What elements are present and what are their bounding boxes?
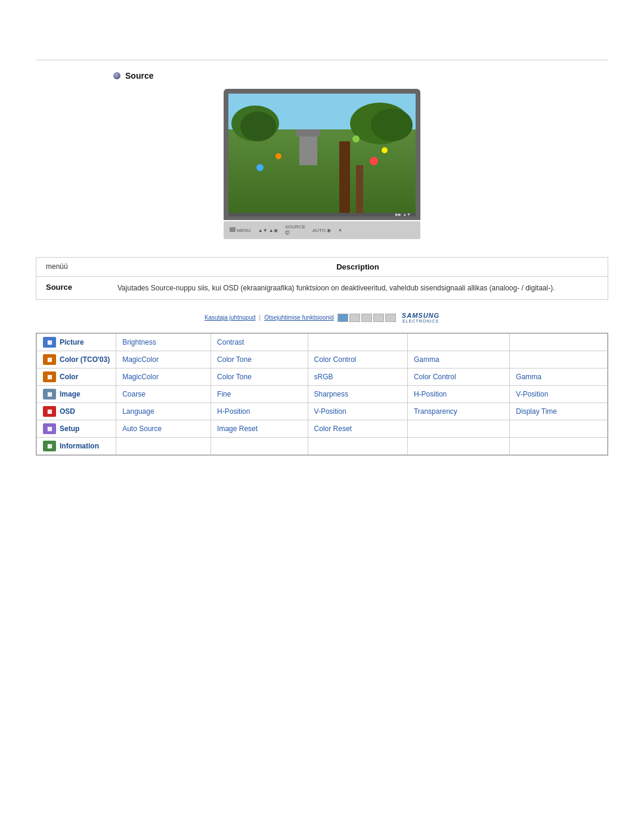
- menu-cell-2-2: sRGB: [308, 368, 407, 386]
- menu-item-name-3: Image: [60, 390, 80, 398]
- menu-cell-5-1: Image Reset: [211, 420, 308, 438]
- menu-table-row-6: ▦Information: [37, 438, 608, 455]
- menu-icon-4: ▦: [43, 406, 56, 417]
- menu-table-row-4: ▦OSDLanguageH-PositionV-PositionTranspar…: [37, 403, 608, 420]
- menu-cell-5-0: Auto Source: [116, 420, 211, 438]
- menu-item-name-6: Information: [60, 442, 99, 450]
- samsung-logo-container: SAMSUNG ELECTRONICS: [402, 312, 439, 323]
- menu-label: MENU: [230, 227, 251, 233]
- menu-icon-ctrl: [230, 227, 236, 232]
- menu-cell-4-0: Language: [116, 403, 211, 420]
- desc-menu-source: Source: [46, 283, 117, 292]
- menu-icon-3: ▦: [43, 389, 56, 400]
- menu-cell-4-4: Display Time: [510, 403, 608, 420]
- menu-icon-0: ▦: [43, 337, 56, 348]
- menu-cell-5-4: [510, 420, 608, 438]
- menu-item-name-2: Color: [60, 373, 78, 381]
- source-bullet-icon: [113, 72, 120, 79]
- menu-icon-1: ▦: [43, 354, 56, 365]
- menu-cell-6-3: [407, 438, 509, 455]
- menu-icon-5: ▦: [43, 423, 56, 434]
- menu-cell-0-2: [308, 334, 407, 351]
- nav-separator: |: [259, 314, 261, 321]
- menu-table-row-2: ▦ColorMagicColorColor TonesRGBColor Cont…: [37, 368, 608, 386]
- menu-table-row-0: ▦PictureBrightnessContrast: [37, 334, 608, 351]
- menu-icon-6: ▦: [43, 441, 56, 451]
- nav-seg-2: [349, 314, 360, 322]
- source-heading-text: Source: [125, 71, 153, 80]
- menu-cell-4-3: Transparency: [407, 403, 509, 420]
- menu-cell-3-1: Fine: [211, 386, 308, 403]
- samsung-logo-text: SAMSUNG: [402, 312, 439, 319]
- menu-cell-4-2: V-Position: [308, 403, 407, 420]
- menu-cell-0-3: [407, 334, 509, 351]
- navigation-bar: Kasutaja juhtnupud | Otsejuhtimise funkt…: [0, 312, 644, 323]
- desc-text-source: Vajutades Source-nuppu siis, kui OSD (ek…: [117, 283, 598, 293]
- nav-item-2: Otsejuhtimise funktsioonid: [264, 314, 334, 321]
- electronics-text: ELECTRONICS: [402, 319, 439, 323]
- menu-cell-0-1: Contrast: [211, 334, 308, 351]
- menu-cell-6-1: [211, 438, 308, 455]
- menu-column-header: menüü: [46, 262, 117, 271]
- monitor-display: ▶▶ ▲▼ MENU ▲▼ ▲◉ SOURCE⑫ AUTO ◉ ✶: [224, 89, 420, 239]
- menu-cell-2-0: MagicColor: [116, 368, 211, 386]
- source-label-ctrl: SOURCE⑫: [285, 224, 305, 236]
- nav-seg-5: [385, 314, 396, 322]
- menu-table: ▦PictureBrightnessContrast▦Color (TCO'03…: [36, 333, 608, 455]
- source-heading-section: Source: [113, 71, 644, 80]
- nav-item-1: Kasutaja juhtnupud: [205, 314, 256, 321]
- menu-cell-1-4: [510, 351, 608, 368]
- menu-cell-3-4: V-Position: [510, 386, 608, 403]
- description-column-header: Description: [117, 262, 598, 271]
- description-table-row-0: Source Vajutades Source-nuppu siis, kui …: [36, 277, 608, 299]
- menu-cell-1-2: Color Control: [308, 351, 407, 368]
- menu-cell-1-0: MagicColor: [116, 351, 211, 368]
- menu-cell-3-2: Sharpness: [308, 386, 407, 403]
- menu-item-name-4: OSD: [60, 407, 75, 416]
- nav-bar-inner: Kasutaja juhtnupud | Otsejuhtimise funkt…: [205, 312, 439, 323]
- garden-image: [228, 94, 416, 213]
- menu-cell-2-3: Color Control: [407, 368, 509, 386]
- menu-table-row-1: ▦Color (TCO'03)MagicColorColor ToneColor…: [37, 351, 608, 368]
- menu-table-wrapper: ▦PictureBrightnessContrast▦Color (TCO'03…: [36, 333, 608, 456]
- nav-seg-4: [373, 314, 384, 322]
- monitor-screen-bezel: ▶▶ ▲▼: [224, 89, 420, 220]
- menu-item-name-0: Picture: [60, 338, 84, 346]
- menu-table-row-3: ▦ImageCoarseFineSharpnessH-PositionV-Pos…: [37, 386, 608, 403]
- menu-cell-6-4: [510, 438, 608, 455]
- menu-item-name-1: Color (TCO'03): [60, 355, 110, 364]
- menu-icon-2: ▦: [43, 371, 56, 382]
- menu-cell-2-1: Color Tone: [211, 368, 308, 386]
- arrow-controls: ▲▼ ▲◉: [258, 228, 278, 233]
- menu-cell-5-3: [407, 420, 509, 438]
- nav-seg-3: [361, 314, 372, 322]
- power-icon: ✶: [338, 228, 342, 233]
- nav-segment-boxes: [338, 314, 396, 322]
- menu-cell-4-1: H-Position: [211, 403, 308, 420]
- menu-item-name-5: Setup: [60, 425, 79, 433]
- menu-cell-1-1: Color Tone: [211, 351, 308, 368]
- auto-label-ctrl: AUTO ◉: [312, 228, 331, 233]
- menu-cell-0-4: [510, 334, 608, 351]
- menu-table-row-5: ▦SetupAuto SourceImage ResetColor Reset: [37, 420, 608, 438]
- monitor-image-container: ▶▶ ▲▼ MENU ▲▼ ▲◉ SOURCE⑫ AUTO ◉ ✶: [0, 89, 644, 239]
- menu-cell-6-2: [308, 438, 407, 455]
- menu-cell-3-3: H-Position: [407, 386, 509, 403]
- menu-cell-2-4: Gamma: [510, 368, 608, 386]
- description-table-header: menüü Description: [36, 258, 608, 277]
- divider: [36, 60, 608, 60]
- menu-cell-1-3: Gamma: [407, 351, 509, 368]
- menu-cell-3-0: Coarse: [116, 386, 211, 403]
- monitor-screen: [228, 94, 416, 213]
- menu-cell-6-0: [116, 438, 211, 455]
- monitor-controls-panel: MENU ▲▼ ▲◉ SOURCE⑫ AUTO ◉ ✶: [224, 221, 420, 239]
- nav-seg-1: [338, 314, 348, 322]
- menu-cell-0-0: Brightness: [116, 334, 211, 351]
- description-table: menüü Description Source Vajutades Sourc…: [36, 257, 608, 300]
- menu-cell-5-2: Color Reset: [308, 420, 407, 438]
